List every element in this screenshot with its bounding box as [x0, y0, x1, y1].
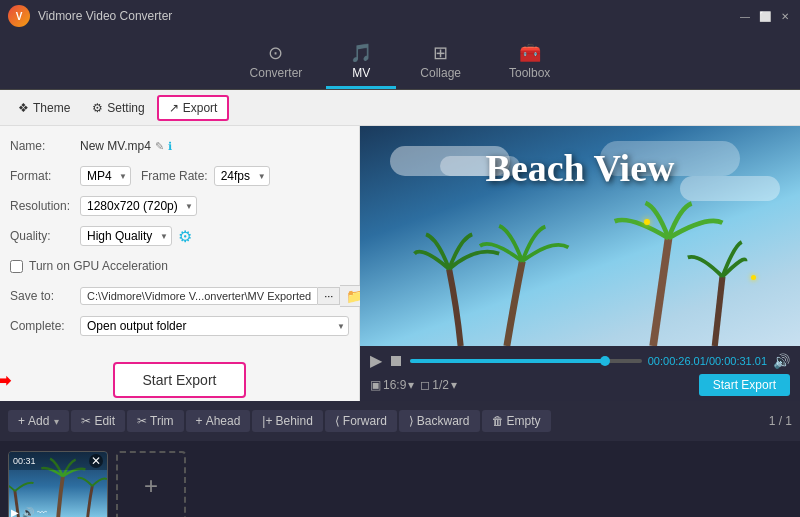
ahead-icon: + [196, 414, 203, 428]
aspect-ratio-button[interactable]: ▣ 16:9 ▾ [370, 378, 414, 392]
behind-button[interactable]: |+ Behind [252, 410, 323, 432]
quality-settings-button[interactable]: ⚙ [178, 227, 192, 246]
thumb-close-button[interactable]: ✕ [89, 454, 103, 468]
converter-icon: ⊙ [268, 42, 283, 64]
timeline-item[interactable]: 00:31 ✕ ▶ 🔊 〰 [8, 451, 108, 517]
page-indicator: 1 / 1 [769, 414, 792, 428]
ratio-controls: ▣ 16:9 ▾ ◻ 1/2 ▾ [370, 378, 457, 392]
quality-select-wrap: High Quality [80, 226, 172, 246]
backward-button[interactable]: ⟩ Backward [399, 410, 480, 432]
resolution-select-wrap: 1280x720 (720p) [80, 196, 197, 216]
beach-title: Beach View [486, 146, 675, 190]
format-select[interactable]: MP4 [80, 166, 131, 186]
thumb-icons: ▶ 🔊 〰 [11, 507, 47, 517]
forward-label: Forward [343, 414, 387, 428]
add-clip-icon: + [144, 472, 158, 500]
clip-dropdown-icon: ▾ [451, 378, 457, 392]
export-button[interactable]: ↗ Export [157, 95, 230, 121]
ahead-button[interactable]: + Ahead [186, 410, 251, 432]
saveto-more-button[interactable]: ··· [318, 287, 340, 305]
progress-bar[interactable] [410, 359, 642, 363]
format-select-wrap: MP4 [80, 166, 131, 186]
saveto-path: C:\Vidmore\Vidmore V...onverter\MV Expor… [80, 287, 318, 305]
theme-button[interactable]: ❖ Theme [8, 97, 80, 119]
tab-collage-label: Collage [420, 66, 461, 80]
video-controls: ▶ ⏹ 00:00:26.01/00:00:31.01 🔊 ▣ 16:9 ▾ [360, 346, 800, 401]
forward-icon: ⟨ [335, 414, 340, 428]
framerate-select-wrap: 24fps [214, 166, 270, 186]
minimize-button[interactable]: — [738, 9, 752, 23]
start-export-area: ➡ Start Export [10, 344, 349, 406]
tab-mv-label: MV [352, 66, 370, 80]
theme-label: Theme [33, 101, 70, 115]
export-label: Export [183, 101, 218, 115]
setting-label: Setting [107, 101, 144, 115]
add-clip-button[interactable]: + [116, 451, 186, 517]
info-icon[interactable]: ℹ [168, 140, 172, 153]
tab-converter[interactable]: ⊙ Converter [226, 36, 327, 89]
framerate-select[interactable]: 24fps [214, 166, 270, 186]
time-display: 00:00:26.01/00:00:31.01 [648, 355, 767, 367]
stop-button[interactable]: ⏹ [388, 352, 404, 370]
start-export-video-button[interactable]: Start Export [699, 374, 790, 396]
saveto-label: Save to: [10, 289, 80, 303]
arrow-indicator: ➡ [0, 368, 12, 392]
clip-ratio-button[interactable]: ◻ 1/2 ▾ [420, 378, 457, 392]
aspect-ratio-value: 16:9 [383, 378, 406, 392]
name-row: Name: New MV.mp4 ✎ ℹ [10, 134, 349, 158]
complete-select[interactable]: Open output folder [80, 316, 349, 336]
progress-fill [410, 359, 605, 363]
start-export-button[interactable]: Start Export [113, 362, 247, 398]
saveto-path-row: C:\Vidmore\Vidmore V...onverter\MV Expor… [80, 285, 370, 307]
edit-icon: ✂ [81, 414, 91, 428]
setting-icon: ⚙ [92, 101, 103, 115]
maximize-button[interactable]: ⬜ [758, 9, 772, 23]
empty-label: Empty [507, 414, 541, 428]
right-panel: Beach View [360, 126, 800, 401]
video-background: Beach View [360, 126, 800, 346]
thumb-overlay: 00:31 ✕ [9, 452, 107, 470]
tab-toolbox[interactable]: 🧰 Toolbox [485, 36, 574, 89]
ahead-label: Ahead [206, 414, 241, 428]
tab-mv[interactable]: 🎵 MV [326, 36, 396, 89]
name-value: New MV.mp4 ✎ ℹ [80, 139, 172, 153]
gpu-checkbox[interactable] [10, 260, 23, 273]
video-preview: Beach View [360, 126, 800, 346]
name-text: New MV.mp4 [80, 139, 151, 153]
quality-select[interactable]: High Quality [80, 226, 172, 246]
volume-icon[interactable]: 🔊 [773, 353, 790, 369]
complete-select-wrap: Open output folder [80, 316, 349, 336]
trim-icon: ✂ [137, 414, 147, 428]
nav-bar: ⊙ Converter 🎵 MV ⊞ Collage 🧰 Toolbox [0, 32, 800, 90]
close-button[interactable]: ✕ [778, 9, 792, 23]
clip-ratio-value: 1/2 [432, 378, 449, 392]
forward-button[interactable]: ⟨ Forward [325, 410, 397, 432]
gpu-row: Turn on GPU Acceleration [10, 254, 349, 278]
collage-icon: ⊞ [433, 42, 448, 64]
add-label: Add [28, 414, 49, 428]
empty-icon: 🗑 [492, 414, 504, 428]
trim-label: Trim [150, 414, 174, 428]
behind-label: Behind [275, 414, 312, 428]
left-panel: Name: New MV.mp4 ✎ ℹ Format: MP4 Frame R… [0, 126, 360, 401]
setting-button[interactable]: ⚙ Setting [82, 97, 154, 119]
clip-icon: ◻ [420, 378, 430, 392]
progress-thumb [600, 356, 610, 366]
aspect-dropdown-icon: ▾ [408, 378, 414, 392]
add-icon: + [18, 414, 25, 428]
resolution-select[interactable]: 1280x720 (720p) [80, 196, 197, 216]
edit-icon[interactable]: ✎ [155, 140, 164, 153]
thumb-wave-icon: 〰 [37, 507, 47, 517]
format-row: Format: MP4 Frame Rate: 24fps [10, 164, 349, 188]
backward-label: Backward [417, 414, 470, 428]
play-button[interactable]: ▶ [370, 351, 382, 370]
gpu-label[interactable]: Turn on GPU Acceleration [10, 259, 168, 273]
tab-collage[interactable]: ⊞ Collage [396, 36, 485, 89]
thumb-audio-icon: 🔊 [22, 507, 34, 517]
trim-button[interactable]: ✂ Trim [127, 410, 184, 432]
empty-button[interactable]: 🗑 Empty [482, 410, 551, 432]
bottom-toolbar: + Add ▾ ✂ Edit ✂ Trim + Ahead |+ Behind … [0, 401, 800, 441]
add-button[interactable]: + Add ▾ [8, 410, 69, 432]
edit-button[interactable]: ✂ Edit [71, 410, 125, 432]
framerate-label: Frame Rate: [141, 169, 208, 183]
